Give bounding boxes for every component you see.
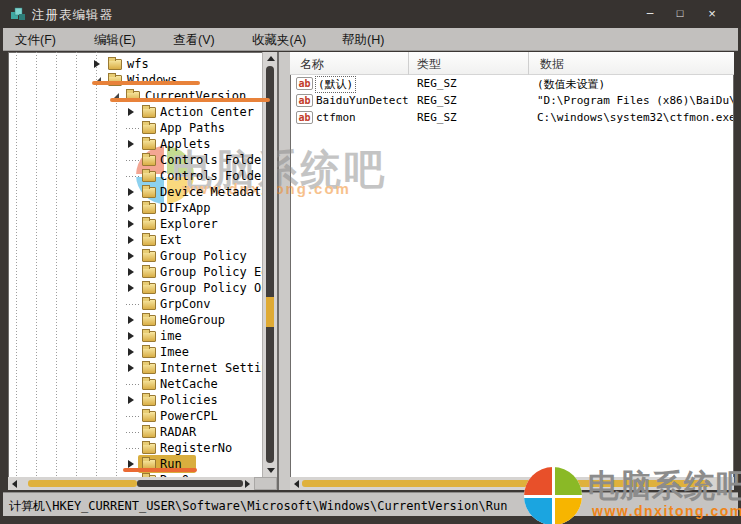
expand-arrow-icon[interactable] — [128, 108, 134, 116]
expand-arrow-icon[interactable] — [128, 364, 134, 372]
expand-arrow-icon[interactable] — [128, 396, 134, 404]
menu-item-help[interactable]: 帮助(H) — [342, 32, 384, 49]
scroll-left-icon[interactable] — [294, 480, 299, 488]
tree-item[interactable]: Group Policy — [8, 248, 262, 264]
scrollbar-thumb[interactable] — [28, 480, 137, 487]
panel-splitter[interactable] — [277, 52, 290, 490]
scroll-up-icon[interactable] — [267, 56, 275, 61]
maximize-button[interactable]: □ — [669, 6, 691, 22]
column-separator[interactable] — [528, 52, 529, 75]
tree-item[interactable]: App Paths — [8, 120, 262, 136]
minimize-button[interactable]: – — [639, 6, 661, 22]
tree-item[interactable]: NetCache — [8, 376, 262, 392]
scrollbar-thumb[interactable] — [266, 297, 274, 327]
tree-item[interactable]: Group Policy Obje — [8, 280, 262, 296]
expand-arrow-icon[interactable] — [128, 220, 134, 228]
scroll-down-icon[interactable] — [267, 468, 275, 473]
close-button[interactable]: × — [701, 6, 723, 22]
value-name[interactable]: BaiduYunDetect — [316, 94, 409, 107]
expand-arrow-icon[interactable] — [128, 236, 134, 244]
value-name[interactable]: (默认) — [316, 77, 355, 92]
window-title: 注册表编辑器 — [32, 7, 113, 24]
tree-item[interactable]: GrpConv — [8, 296, 262, 312]
value-row[interactable]: abBaiduYunDetectREG_SZ"D:\Program Files … — [290, 93, 733, 110]
tree-item-label[interactable]: Group Policy Obje — [160, 281, 262, 295]
expand-arrow-icon[interactable] — [128, 332, 134, 340]
expand-arrow-icon[interactable] — [94, 60, 100, 68]
expand-arrow-icon[interactable] — [128, 252, 134, 260]
folder-icon — [142, 171, 156, 182]
tree-item-label[interactable]: GrpConv — [160, 297, 211, 311]
menu-item-file[interactable]: 文件(F) — [15, 32, 56, 49]
tree-item[interactable]: Policies — [8, 392, 262, 408]
value-name[interactable]: ctfmon — [316, 111, 356, 124]
value-row[interactable]: abctfmonREG_SZC:\windows\system32\ctfmon… — [290, 110, 733, 127]
column-header-type[interactable]: 类型 — [417, 56, 441, 73]
tree-item[interactable]: RegisterNo — [8, 440, 262, 456]
tree-item-label[interactable]: Applets — [160, 137, 211, 151]
tree-item[interactable]: Controls Folder — [8, 168, 262, 184]
tree-item[interactable]: Applets — [8, 136, 262, 152]
tree-item[interactable]: Internet Settings — [8, 360, 262, 376]
tree-item-label[interactable]: Policies — [160, 393, 218, 407]
tree-item[interactable]: HomeGroup — [8, 312, 262, 328]
tree-item-label[interactable]: Device Metadata — [160, 185, 262, 199]
expand-arrow-icon[interactable] — [128, 348, 134, 356]
tree-item[interactable]: RADAR — [8, 424, 262, 440]
tree-item-label[interactable]: Group Policy Edit — [160, 265, 262, 279]
tree-item[interactable]: Group Policy Edit — [8, 264, 262, 280]
tree-item[interactable]: Ext — [8, 232, 262, 248]
expand-arrow-icon[interactable] — [128, 188, 134, 196]
expand-arrow-icon[interactable] — [128, 140, 134, 148]
column-header-data[interactable]: 数据 — [540, 56, 564, 73]
tree-item-label[interactable]: PowerCPL — [160, 409, 218, 423]
tree-item[interactable]: Imee — [8, 344, 262, 360]
tree-item[interactable]: PowerCPL — [8, 408, 262, 424]
tree-item-label[interactable]: Group Policy — [160, 249, 247, 263]
scroll-right-icon[interactable] — [245, 480, 250, 488]
tree-item[interactable]: wfs — [8, 56, 262, 72]
expand-arrow-icon[interactable] — [128, 204, 134, 212]
tree-item-label[interactable]: Explorer — [160, 217, 218, 231]
tree-item-label[interactable]: DIFxApp — [160, 201, 211, 215]
tree-item[interactable]: Device Metadata — [8, 184, 262, 200]
tree-item-label[interactable]: Action Center — [160, 105, 254, 119]
tree-item[interactable]: ime — [8, 328, 262, 344]
value-row[interactable]: ab(默认)REG_SZ(数值未设置) — [290, 76, 733, 93]
tree-item[interactable]: Action Center — [8, 104, 262, 120]
expand-arrow-icon[interactable] — [128, 284, 134, 292]
expand-arrow-icon[interactable] — [128, 316, 134, 324]
tree-item-label[interactable]: Controls Folder — [160, 153, 262, 167]
tree-item-label[interactable]: Controls Folder — [160, 169, 262, 183]
tree-item-label[interactable]: App Paths — [160, 121, 225, 135]
tree-vertical-scrollbar[interactable] — [262, 52, 277, 477]
folder-icon — [142, 379, 156, 390]
scrollbar-track[interactable] — [137, 480, 243, 487]
tree-item-label[interactable]: RegisterNo — [160, 441, 232, 455]
tree-item[interactable]: Explorer — [8, 216, 262, 232]
tree-item[interactable]: Controls Folder — [8, 152, 262, 168]
tree-item[interactable]: DIFxApp — [8, 200, 262, 216]
tree-horizontal-scrollbar[interactable] — [8, 477, 254, 490]
tree-item-label[interactable]: Imee — [160, 345, 189, 359]
column-separator[interactable] — [408, 52, 409, 75]
scroll-left-icon[interactable] — [12, 480, 17, 488]
tree-item[interactable]: Windows — [8, 72, 262, 88]
expand-arrow-icon[interactable] — [128, 460, 134, 468]
menu-item-view[interactable]: 查看(V) — [173, 32, 215, 49]
column-header-name[interactable]: 名称 — [300, 56, 324, 73]
tree-item-label[interactable]: Ext — [160, 233, 182, 247]
scrollbar-track[interactable] — [266, 66, 274, 463]
menu-item-edit[interactable]: 编辑(E) — [94, 32, 136, 49]
expand-arrow-icon[interactable] — [128, 268, 134, 276]
tree-item-label[interactable]: ime — [160, 329, 182, 343]
menu-item-favorites[interactable]: 收藏夹(A) — [252, 32, 306, 49]
tree-item-label[interactable]: Internet Settings — [160, 361, 262, 375]
tree-item-label[interactable]: NetCache — [160, 377, 218, 391]
tree-item-label[interactable]: HomeGroup — [160, 313, 225, 327]
tree-item-label[interactable]: wfs — [127, 57, 149, 71]
string-value-icon: ab — [296, 94, 313, 107]
tree-leaf-connector — [126, 432, 139, 433]
tree-item-label[interactable]: RADAR — [160, 425, 196, 439]
scrollbar-corner — [254, 477, 277, 490]
